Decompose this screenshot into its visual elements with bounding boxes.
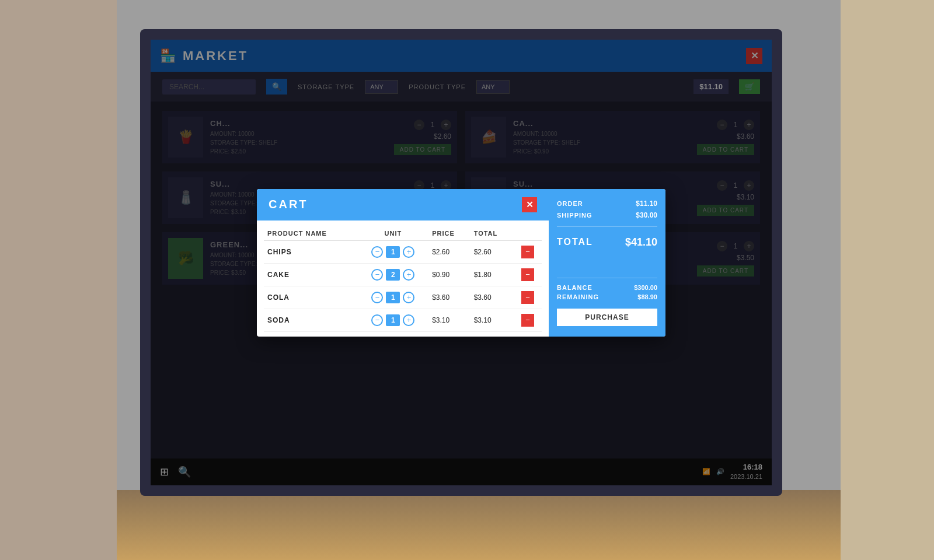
- balance-label: BALANCE: [557, 284, 593, 291]
- unit-plus-2[interactable]: +: [403, 292, 414, 303]
- cart-table: PRODUCT NAME UNIT PRICE TOTAL CHIPS: [264, 225, 542, 332]
- unit-minus-1[interactable]: −: [371, 269, 383, 281]
- shipping-value: $30.00: [636, 211, 657, 219]
- purchase-button[interactable]: PURCHASE: [557, 309, 657, 326]
- cart-item-remove-0[interactable]: −: [514, 240, 542, 263]
- remove-btn-3[interactable]: −: [521, 314, 534, 327]
- cart-row-0: CHIPS − 1 + $2.60 $2.60 −: [264, 240, 542, 263]
- cart-left-panel: CART ✕ PRODUCT NAME UNIT PRICE: [257, 189, 549, 337]
- col-product-name: PRODUCT NAME: [264, 225, 358, 241]
- order-row: ORDER $11.10: [557, 200, 657, 208]
- wall-left: [0, 0, 117, 560]
- cart-row-3: SODA − 1 + $3.10 $3.10 −: [264, 309, 542, 331]
- shipping-label: SHIPPING: [557, 212, 593, 219]
- unit-stepper-1: − 2 +: [361, 269, 425, 281]
- cart-header: CART ✕: [257, 189, 549, 220]
- cart-row-1: CAKE − 2 + $0.90 $1.80 −: [264, 263, 542, 286]
- remove-btn-1[interactable]: −: [521, 268, 534, 281]
- order-label: ORDER: [557, 200, 583, 207]
- remaining-row: REMAINING $88.90: [557, 293, 657, 300]
- cart-item-price-1: $0.90: [428, 263, 470, 286]
- col-price: PRICE: [428, 225, 470, 241]
- cart-table-wrapper: PRODUCT NAME UNIT PRICE TOTAL CHIPS: [257, 220, 549, 337]
- remove-btn-0[interactable]: −: [521, 246, 534, 258]
- unit-val-1: 2: [386, 269, 400, 281]
- monitor: 🏪 MARKET ✕ 🔍 STORAGE TYPE ANY PRODUCT TY…: [140, 29, 782, 496]
- cart-item-name-2: COLA: [264, 286, 358, 309]
- monitor-wrapper: 🏪 MARKET ✕ 🔍 STORAGE TYPE ANY PRODUCT TY…: [140, 29, 817, 508]
- remove-btn-2[interactable]: −: [521, 291, 534, 304]
- cart-item-unit-2[interactable]: − 1 +: [358, 286, 428, 309]
- spacer: [557, 254, 657, 274]
- col-total: TOTAL: [471, 225, 514, 241]
- cart-item-remove-3[interactable]: −: [514, 309, 542, 331]
- cart-item-name-3: SODA: [264, 309, 358, 331]
- order-value: $11.10: [636, 200, 657, 208]
- unit-val-0: 1: [386, 246, 400, 258]
- unit-plus-3[interactable]: +: [403, 314, 414, 326]
- unit-minus-2[interactable]: −: [371, 292, 383, 303]
- cart-right-panel: ORDER $11.10 SHIPPING $30.00 TOTAL $41.1…: [549, 189, 665, 337]
- cart-item-total-3: $3.10: [471, 309, 514, 331]
- unit-stepper-3: − 1 +: [361, 314, 425, 326]
- unit-val-3: 1: [386, 314, 400, 326]
- balance-section: BALANCE $300.00 REMAINING $88.90 PURCHAS…: [557, 278, 657, 326]
- remaining-value: $88.90: [637, 293, 657, 300]
- remaining-label: REMAINING: [557, 293, 599, 300]
- cart-item-price-3: $3.10: [428, 309, 470, 331]
- col-unit: UNIT: [358, 225, 428, 241]
- cart-modal: CART ✕ PRODUCT NAME UNIT PRICE: [257, 189, 665, 337]
- unit-stepper-2: − 1 +: [361, 292, 425, 303]
- unit-stepper-0: − 1 +: [361, 246, 425, 258]
- cart-item-unit-1[interactable]: − 2 +: [358, 263, 428, 286]
- market-window: 🏪 MARKET ✕ 🔍 STORAGE TYPE ANY PRODUCT TY…: [151, 40, 772, 485]
- unit-minus-3[interactable]: −: [371, 314, 383, 326]
- cart-item-price-0: $2.60: [428, 240, 470, 263]
- balance-row: BALANCE $300.00: [557, 284, 657, 291]
- cart-item-name-0: CHIPS: [264, 240, 358, 263]
- unit-val-2: 1: [386, 292, 400, 303]
- wall-right: [841, 0, 934, 560]
- cart-row-2: COLA − 1 + $3.60 $3.60 −: [264, 286, 542, 309]
- cart-item-unit-0[interactable]: − 1 +: [358, 240, 428, 263]
- cart-item-total-0: $2.60: [471, 240, 514, 263]
- cart-item-unit-3[interactable]: − 1 +: [358, 309, 428, 331]
- balance-value: $300.00: [634, 284, 657, 291]
- total-row: TOTAL $41.10: [557, 236, 657, 249]
- modal-overlay: CART ✕ PRODUCT NAME UNIT PRICE: [151, 40, 772, 485]
- summary-divider: [557, 226, 657, 227]
- unit-plus-0[interactable]: +: [403, 246, 414, 258]
- cart-item-total-1: $1.80: [471, 263, 514, 286]
- cart-item-total-2: $3.60: [471, 286, 514, 309]
- cart-item-price-2: $3.60: [428, 286, 470, 309]
- cart-item-name-1: CAKE: [264, 263, 358, 286]
- total-value: $41.10: [625, 236, 657, 249]
- unit-minus-0[interactable]: −: [371, 246, 383, 258]
- cart-table-header-row: PRODUCT NAME UNIT PRICE TOTAL: [264, 225, 542, 241]
- unit-plus-1[interactable]: +: [403, 269, 414, 281]
- cart-item-remove-1[interactable]: −: [514, 263, 542, 286]
- cart-title: CART: [269, 198, 308, 211]
- shipping-row: SHIPPING $30.00: [557, 211, 657, 219]
- total-label: TOTAL: [557, 237, 593, 247]
- cart-close-button[interactable]: ✕: [522, 197, 537, 212]
- cart-item-remove-2[interactable]: −: [514, 286, 542, 309]
